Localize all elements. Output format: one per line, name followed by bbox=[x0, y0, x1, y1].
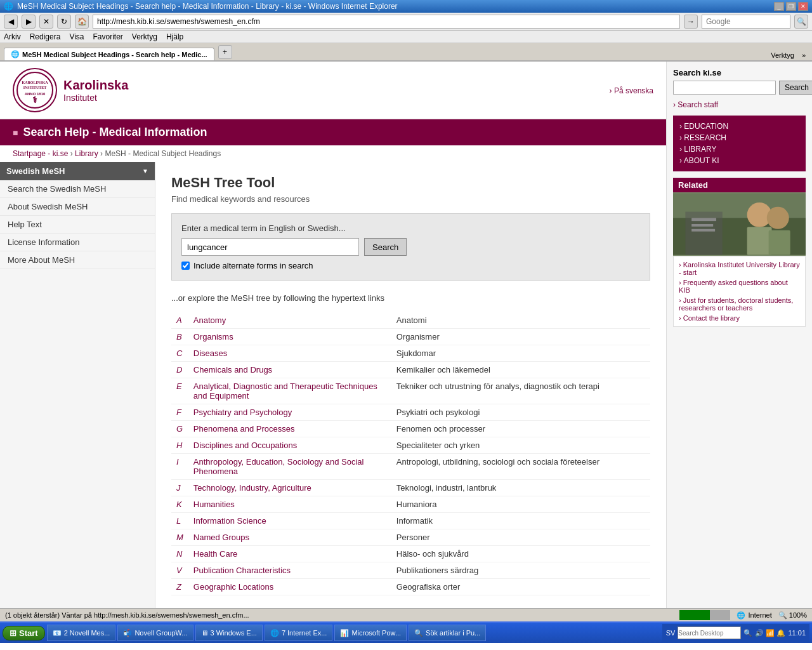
minimize-button[interactable]: _ bbox=[774, 2, 784, 11]
sidebar-link-more[interactable]: More About MeSH bbox=[0, 251, 155, 269]
toolbar-right[interactable]: Verktyg bbox=[767, 50, 798, 60]
svg-rect-14 bbox=[691, 229, 715, 232]
go-button[interactable]: → bbox=[684, 15, 698, 29]
tree-english[interactable]: Information Science bbox=[188, 513, 391, 529]
breadcrumb-library[interactable]: Library bbox=[75, 149, 98, 158]
tree-letter[interactable]: A bbox=[171, 312, 188, 329]
tree-english[interactable]: Phenomena and Processes bbox=[188, 421, 391, 437]
tree-english[interactable]: Health Care bbox=[188, 546, 391, 562]
svg-text:INSTITUTET: INSTITUTET bbox=[23, 86, 47, 90]
stop-button[interactable]: ✕ bbox=[39, 15, 53, 29]
taskbar-item-3[interactable]: 🌐 7 Internet Ex... bbox=[265, 625, 333, 641]
page-header-bar: Search Help - Medical Information bbox=[0, 119, 666, 145]
tree-letter[interactable]: V bbox=[171, 562, 188, 579]
tree-english[interactable]: Geographic Locations bbox=[188, 579, 391, 595]
sidebar-link-search[interactable]: Search the Swedish MeSH bbox=[0, 180, 155, 198]
tree-letter[interactable]: M bbox=[171, 529, 188, 546]
tree-letter[interactable]: I bbox=[171, 454, 188, 480]
taskbar-item-0[interactable]: 📧 2 Novell Mes... bbox=[47, 625, 116, 641]
status-progress-fill bbox=[679, 610, 710, 620]
start-button[interactable]: ⊞ Start bbox=[3, 626, 45, 640]
sidebar-link-helptext[interactable]: Help Text bbox=[0, 216, 155, 234]
google-search-input[interactable] bbox=[702, 15, 790, 29]
right-nav-education[interactable]: EDUCATION bbox=[679, 121, 799, 132]
related-link-3[interactable]: Contact the library bbox=[679, 313, 800, 323]
taskbar-item-5[interactable]: 🔍 Sök artiklar i Pu... bbox=[409, 625, 486, 641]
tree-english[interactable]: Anthropology, Education, Sociology and S… bbox=[188, 454, 391, 480]
taskbar-item-1-icon: 📬 bbox=[123, 629, 132, 637]
svg-rect-10 bbox=[769, 230, 790, 255]
new-tab-button[interactable]: + bbox=[218, 45, 232, 59]
taskbar-item-1[interactable]: 📬 Novell GroupW... bbox=[117, 625, 193, 641]
related-link-0[interactable]: Karolinska Institutet University Library… bbox=[679, 260, 800, 277]
table-row: D Chemicals and Drugs Kemikalier och läk… bbox=[171, 362, 650, 378]
svg-rect-12 bbox=[691, 218, 716, 221]
tree-letter[interactable]: C bbox=[171, 345, 188, 362]
tree-letter[interactable]: J bbox=[171, 480, 188, 496]
page-subtitle: Find medical keywords and resources bbox=[171, 194, 650, 204]
tree-letter[interactable]: D bbox=[171, 362, 188, 378]
tree-letter[interactable]: F bbox=[171, 404, 188, 421]
tree-english[interactable]: Named Groups bbox=[188, 529, 391, 546]
restore-button[interactable]: ❐ bbox=[786, 2, 796, 11]
tree-english[interactable]: Organisms bbox=[188, 329, 391, 345]
menu-verktyg[interactable]: Verktyg bbox=[132, 32, 157, 41]
breadcrumb-startpage[interactable]: Startpage - ki.se bbox=[13, 149, 68, 158]
tree-english[interactable]: Psychiatry and Psychology bbox=[188, 404, 391, 421]
tree-letter[interactable]: G bbox=[171, 421, 188, 437]
pa-svenska-link[interactable]: På svenska bbox=[610, 86, 653, 95]
refresh-button[interactable]: ↻ bbox=[57, 15, 71, 29]
zoom-level: 🔍 100% bbox=[778, 611, 807, 620]
tree-english[interactable]: Humanities bbox=[188, 496, 391, 513]
tree-english[interactable]: Analytical, Diagnostic and Therapeutic T… bbox=[188, 378, 391, 404]
taskbar-item-2[interactable]: 🖥 3 Windows E... bbox=[195, 625, 263, 641]
search-term-input[interactable] bbox=[181, 238, 359, 256]
related-link-1[interactable]: Frequently asked questions about KIB bbox=[679, 277, 800, 295]
close-button[interactable]: ✕ bbox=[798, 2, 808, 11]
menu-arkiv[interactable]: Arkiv bbox=[4, 32, 21, 41]
taskbar-search-input[interactable] bbox=[678, 627, 741, 639]
sidebar-link-about[interactable]: About Swedish MeSH bbox=[0, 198, 155, 216]
menu-visa[interactable]: Visa bbox=[69, 32, 84, 41]
back-button[interactable]: ◀ bbox=[4, 15, 18, 29]
tree-letter[interactable]: B bbox=[171, 329, 188, 345]
tree-english[interactable]: Publication Characteristics bbox=[188, 562, 391, 579]
tree-letter[interactable]: E bbox=[171, 378, 188, 404]
forward-button[interactable]: ▶ bbox=[22, 15, 36, 29]
tree-english[interactable]: Disciplines and Occupations bbox=[188, 437, 391, 454]
tree-english[interactable]: Diseases bbox=[188, 345, 391, 362]
sidebar-link-license[interactable]: License Information bbox=[0, 234, 155, 251]
tab-label: MeSH Medical Subject Headings - Search h… bbox=[22, 51, 207, 58]
home-button[interactable]: 🏠 bbox=[75, 15, 89, 29]
tree-swedish: Antropologi, utbildning, sociologi och s… bbox=[391, 454, 650, 480]
right-nav-research[interactable]: RESEARCH bbox=[679, 132, 799, 143]
menu-hjalp[interactable]: Hjälp bbox=[166, 32, 183, 41]
search-ki-input[interactable] bbox=[673, 81, 776, 95]
tree-english[interactable]: Technology, Industry, Agriculture bbox=[188, 480, 391, 496]
tree-letter[interactable]: K bbox=[171, 496, 188, 513]
menu-redigera[interactable]: Redigera bbox=[30, 32, 61, 41]
tree-letter[interactable]: Z bbox=[171, 579, 188, 595]
tree-letter[interactable]: L bbox=[171, 513, 188, 529]
related-link-2[interactable]: Just for students, doctoral students, re… bbox=[679, 295, 800, 313]
tree-english[interactable]: Anatomy bbox=[188, 312, 391, 329]
tree-english[interactable]: Chemicals and Drugs bbox=[188, 362, 391, 378]
search-staff-link[interactable]: Search staff bbox=[673, 100, 718, 109]
right-nav-about[interactable]: ABOUT KI bbox=[679, 155, 799, 166]
header-right: På svenska bbox=[610, 86, 653, 95]
left-sidebar-header[interactable]: Swedish MeSH bbox=[0, 162, 155, 180]
address-bar[interactable] bbox=[93, 15, 680, 29]
taskbar-item-4[interactable]: 📊 Microsoft Pow... bbox=[334, 625, 407, 641]
alternate-forms-checkbox[interactable] bbox=[181, 262, 190, 270]
table-row: C Diseases Sjukdomar bbox=[171, 345, 650, 362]
tree-letter[interactable]: H bbox=[171, 437, 188, 454]
toolbar-expand-icon[interactable]: » bbox=[799, 50, 808, 60]
active-tab[interactable]: 🌐 MeSH Medical Subject Headings - Search… bbox=[4, 48, 214, 60]
search-button[interactable]: Search bbox=[364, 238, 407, 256]
right-nav-library[interactable]: LIBRARY bbox=[679, 143, 799, 155]
search-ki-button[interactable]: Search bbox=[779, 81, 812, 95]
google-search-button[interactable]: 🔍 bbox=[794, 15, 808, 29]
menu-favoriter[interactable]: Favoriter bbox=[93, 32, 123, 41]
tree-letter[interactable]: N bbox=[171, 546, 188, 562]
search-prompt: Enter a medical term in English or Swedi… bbox=[181, 223, 640, 233]
